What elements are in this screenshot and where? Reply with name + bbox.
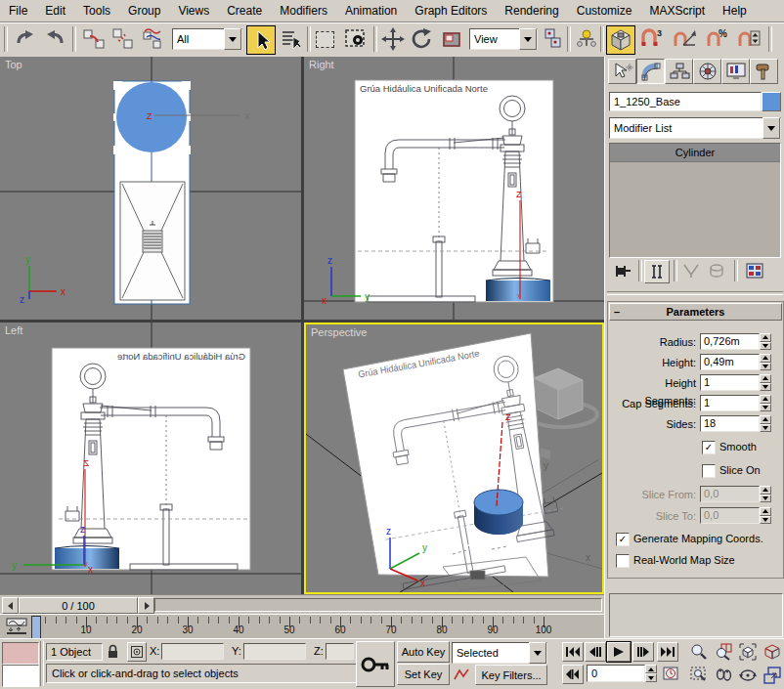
menu-tools[interactable]: Tools: [74, 4, 119, 18]
viewport-right-label[interactable]: Right: [309, 59, 334, 70]
menu-customize[interactable]: Customize: [568, 4, 641, 18]
current-frame-field[interactable]: 0: [587, 665, 645, 682]
real-world-map-size-checkbox[interactable]: [616, 554, 630, 568]
menu-graph-editors[interactable]: Graph Editors: [406, 4, 496, 18]
percent-snap-button[interactable]: %: [704, 25, 731, 53]
key-filters-button[interactable]: Key Filters...: [475, 665, 547, 685]
zoom-extents-button[interactable]: [736, 641, 760, 663]
viewport-right[interactable]: Right Z x z y x: [304, 57, 604, 320]
auto-key-button[interactable]: Auto Key: [397, 641, 450, 663]
arc-rotate-button[interactable]: [736, 665, 760, 686]
radius-field[interactable]: 0,726m: [700, 333, 760, 350]
select-and-rotate-button[interactable]: [409, 25, 436, 53]
set-keys-button[interactable]: [356, 641, 395, 687]
coord-system-arrow[interactable]: [519, 28, 537, 50]
time-configuration-button[interactable]: [661, 665, 680, 682]
selection-filter-dropdown[interactable]: All: [172, 28, 242, 50]
select-and-manipulate-button[interactable]: [573, 25, 600, 53]
redo-button[interactable]: [41, 25, 68, 53]
modifier-list-dropdown[interactable]: Modifier List: [609, 117, 781, 139]
make-unique-button[interactable]: [679, 260, 703, 281]
previous-frame-button[interactable]: [585, 642, 606, 662]
window-crossing-toggle-button[interactable]: [342, 25, 370, 53]
sides-spinner[interactable]: [760, 415, 771, 432]
key-mode-toggle-button[interactable]: [562, 665, 584, 684]
time-slider-handle[interactable]: 0 / 100: [19, 597, 138, 614]
undo-button[interactable]: [12, 25, 39, 53]
generate-mapping-coords-checkbox[interactable]: ✓: [616, 533, 630, 546]
modifier-stack-list[interactable]: Cylinder: [609, 143, 781, 258]
select-and-scale-button[interactable]: [438, 25, 465, 53]
absolute-mode-transform-toggle[interactable]: [127, 642, 147, 662]
viewport-top[interactable]: Top X Z y: [0, 57, 301, 320]
cap-segments-field[interactable]: 1: [700, 395, 760, 411]
go-to-start-button[interactable]: [562, 642, 584, 662]
radius-spinner[interactable]: [760, 333, 771, 350]
viewport-perspective-label[interactable]: Perspective: [311, 326, 367, 338]
remove-modifier-button[interactable]: [705, 260, 728, 281]
cylinder-perspective-top[interactable]: [474, 490, 523, 515]
zoom-button[interactable]: [687, 641, 711, 663]
show-end-result-button[interactable]: [644, 260, 670, 283]
viewport-left[interactable]: Left Z x z y x: [0, 323, 301, 594]
selection-filter-arrow[interactable]: [224, 28, 241, 50]
angle-snap-button[interactable]: [671, 25, 698, 53]
menu-modifiers[interactable]: Modifiers: [271, 4, 336, 18]
viewport-top-label[interactable]: Top: [5, 59, 22, 70]
menu-help[interactable]: Help: [714, 4, 756, 18]
modifier-list-arrow[interactable]: [762, 117, 780, 139]
menu-create[interactable]: Create: [218, 4, 271, 18]
time-slider-next-button[interactable]: [138, 597, 154, 614]
viewport-perspective[interactable]: Perspective y x: [304, 323, 604, 594]
macro-recorder-mini-listener[interactable]: [2, 642, 39, 665]
height-segments-field[interactable]: 1: [700, 374, 760, 391]
track-bar-frame-handle[interactable]: [31, 616, 41, 639]
configure-modifier-sets-button[interactable]: [742, 260, 767, 281]
stack-item-cylinder[interactable]: Cylinder: [610, 144, 780, 162]
x-coord-field[interactable]: [161, 643, 224, 660]
height-segments-spinner[interactable]: [760, 374, 771, 391]
height-spinner[interactable]: [760, 354, 771, 370]
zoom-region-button[interactable]: [687, 665, 711, 686]
next-frame-button[interactable]: [632, 642, 654, 662]
select-and-move-button[interactable]: [379, 25, 407, 53]
reference-coordinate-system-dropdown[interactable]: View: [469, 28, 538, 50]
play-animation-button[interactable]: [607, 642, 631, 662]
smooth-checkbox[interactable]: ✓: [702, 441, 716, 454]
select-and-link-button[interactable]: [80, 25, 108, 53]
key-mode-dropdown[interactable]: Selected: [452, 642, 547, 664]
use-pivot-point-center-button[interactable]: [540, 25, 567, 53]
time-slider-prev-button[interactable]: [2, 597, 19, 614]
menu-rendering[interactable]: Rendering: [496, 4, 567, 18]
cap-segments-spinner[interactable]: [760, 395, 771, 411]
zoom-extents-all-button[interactable]: [761, 641, 784, 663]
min-max-toggle-button[interactable]: [761, 665, 784, 686]
rollout-collapse-icon[interactable]: –: [614, 304, 620, 320]
height-field[interactable]: 0,49m: [700, 354, 760, 370]
menu-views[interactable]: Views: [169, 4, 218, 18]
tab-create[interactable]: [608, 59, 636, 84]
object-name-field[interactable]: 1_1250_Base: [609, 92, 762, 111]
menu-group[interactable]: Group: [119, 4, 169, 18]
unlink-selection-button[interactable]: [109, 25, 137, 53]
pan-view-button[interactable]: [712, 665, 735, 686]
y-coord-field[interactable]: [243, 643, 306, 660]
select-object-button[interactable]: [246, 25, 276, 55]
menu-maxscript[interactable]: MAXScript: [640, 4, 714, 18]
rollout-header[interactable]: – Parameters: [609, 303, 782, 321]
pin-stack-button[interactable]: [611, 260, 634, 281]
z-coord-field[interactable]: [326, 643, 354, 660]
zoom-all-button[interactable]: [712, 641, 735, 663]
bind-to-space-warp-button[interactable]: [139, 25, 166, 53]
tab-hierarchy[interactable]: [665, 59, 693, 84]
selection-lock-toggle[interactable]: [104, 642, 121, 660]
tab-utilities[interactable]: [750, 59, 778, 84]
object-color-swatch[interactable]: [762, 92, 781, 111]
snap-3d-button[interactable]: 3: [637, 25, 665, 53]
tab-modify[interactable]: [636, 59, 665, 84]
frame-spinner[interactable]: [645, 665, 657, 682]
set-key-button[interactable]: Set Key: [397, 664, 450, 685]
snaps-toggle-button[interactable]: [606, 25, 635, 55]
rectangular-selection-region-button[interactable]: [311, 25, 338, 53]
key-mode-arrow[interactable]: [529, 642, 546, 664]
